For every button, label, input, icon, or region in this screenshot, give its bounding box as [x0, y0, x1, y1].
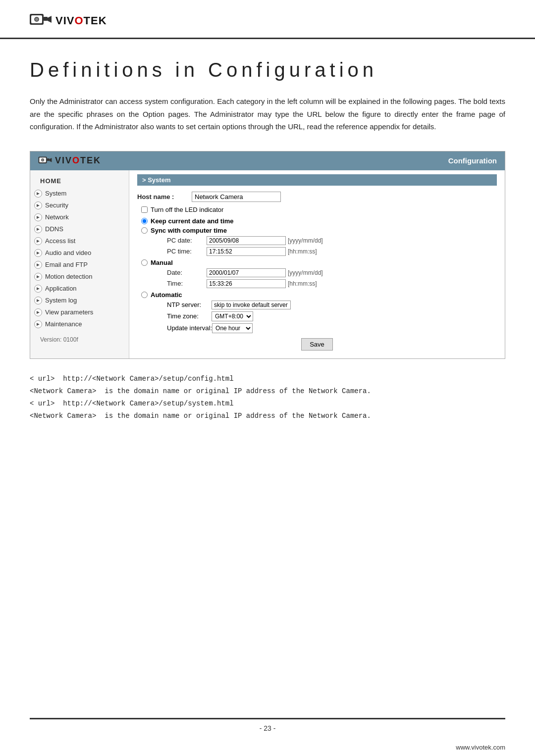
- url-line-2: <Network Camera> is the domain name or o…: [30, 385, 505, 398]
- sidebar-item-network[interactable]: ► Network: [30, 211, 129, 223]
- sidebar-arrow-audio-video: ►: [34, 249, 42, 257]
- radio-sync-row: Sync with computer time: [141, 227, 497, 234]
- manual-date-label: Date:: [167, 269, 207, 276]
- sidebar-item-view-params[interactable]: ► View parameters: [30, 306, 129, 318]
- config-header-label: Configuration: [448, 156, 497, 165]
- sidebar-item-motion[interactable]: ► Motion detection: [30, 271, 129, 283]
- pc-time-input[interactable]: [207, 247, 286, 256]
- sidebar-label-system-log: System log: [45, 297, 77, 304]
- url-block: < url> http://<Network Camera>/setup/con…: [30, 373, 505, 423]
- sidebar-item-security[interactable]: ► Security: [30, 200, 129, 211]
- update-interval-row: Update interval: One hour Two hours Half…: [167, 323, 497, 333]
- pc-time-label: PC time:: [167, 248, 207, 255]
- update-interval-select[interactable]: One hour Two hours Half hour: [212, 323, 253, 333]
- url-line-1: < url> http://<Network Camera>/setup/con…: [30, 373, 505, 385]
- pc-time-hint: [hh:mm:ss]: [288, 248, 317, 255]
- sidebar-label-application: Application: [45, 285, 77, 292]
- sidebar-label-audio-video: Audio and video: [45, 249, 91, 256]
- sidebar-arrow-motion: ►: [34, 273, 42, 281]
- manual-date-hint: [yyyy/mm/dd]: [288, 269, 323, 276]
- website: www.vivotek.com: [456, 744, 505, 751]
- logo-area: VIVOTEK: [30, 12, 505, 30]
- led-checkbox-row: Turn off the LED indicator: [141, 206, 497, 213]
- sidebar-label-system: System: [45, 190, 66, 197]
- sidebar-item-system-log[interactable]: ► System log: [30, 295, 129, 306]
- config-body: HOME ► System ► Security ► Network ► DDN…: [30, 170, 505, 358]
- led-checkbox[interactable]: [141, 206, 148, 213]
- timezone-select[interactable]: GMT+8:00 GMT+7:00 GMT+9:00 GMT+0:00: [212, 311, 253, 321]
- radio-keep-label: Keep current date and time: [151, 217, 234, 225]
- sync-sub-form: PC date: [yyyy/mm/dd] PC time: [hh:mm:ss…: [167, 236, 497, 256]
- sidebar-item-system[interactable]: ► System: [30, 188, 129, 200]
- svg-point-9: [42, 159, 44, 161]
- intro-paragraph: Only the Administrator can access system…: [30, 95, 505, 133]
- radio-manual[interactable]: [141, 259, 148, 266]
- pc-date-input[interactable]: [207, 236, 286, 245]
- sidebar-arrow-ddns: ►: [34, 225, 42, 233]
- sidebar-arrow-system: ►: [34, 190, 42, 198]
- update-interval-label: Update interval:: [167, 324, 212, 332]
- host-name-label: Host name :: [137, 193, 192, 201]
- sidebar-home[interactable]: HOME: [30, 174, 129, 188]
- sidebar-label-ddns: DDNS: [45, 225, 63, 233]
- sidebar-item-access-list[interactable]: ► Access list: [30, 235, 129, 247]
- sidebar-arrow-email-ftp: ►: [34, 261, 42, 269]
- sidebar-item-email-ftp[interactable]: ► Email and FTP: [30, 259, 129, 271]
- pc-date-hint: [yyyy/mm/dd]: [288, 237, 323, 244]
- radio-sync-label: Sync with computer time: [151, 227, 227, 234]
- radio-sync[interactable]: [141, 227, 148, 234]
- ntp-input[interactable]: [212, 301, 291, 309]
- config-header: VIVOTEK Configuration: [30, 151, 505, 170]
- sidebar-arrow-view-params: ►: [34, 308, 42, 316]
- radio-auto-row: Automatic: [141, 291, 497, 299]
- sidebar-label-access-list: Access list: [45, 237, 75, 245]
- sidebar-arrow-access-list: ►: [34, 237, 42, 245]
- sidebar-item-application[interactable]: ► Application: [30, 283, 129, 295]
- system-panel: > System Host name : Turn off the LED in…: [129, 170, 505, 358]
- sidebar-label-view-params: View parameters: [45, 308, 93, 316]
- manual-time-hint: [hh:mm:ss]: [288, 280, 317, 287]
- sidebar-item-ddns[interactable]: ► DDNS: [30, 223, 129, 235]
- sidebar-label-network: Network: [45, 213, 69, 221]
- timezone-row: Time zone: GMT+8:00 GMT+7:00 GMT+9:00 GM…: [167, 311, 497, 321]
- manual-time-row: Time: [hh:mm:ss]: [167, 279, 497, 288]
- vivotek-logo-icon: [30, 12, 52, 30]
- sidebar-arrow-security: ►: [34, 202, 42, 209]
- ntp-label: NTP server:: [167, 301, 212, 308]
- config-logo-text: VIVOTEK: [55, 155, 101, 166]
- url-line-3: < url> http://<Network Camera>/setup/sys…: [30, 398, 505, 410]
- footer-inner: - 23 -: [30, 724, 505, 736]
- host-name-input[interactable]: [192, 192, 281, 202]
- footer: - 23 -: [30, 718, 505, 736]
- radio-keep[interactable]: [141, 218, 148, 224]
- sidebar-version: Version: 0100f: [30, 332, 129, 347]
- config-logo-icon: [38, 155, 52, 166]
- manual-date-input[interactable]: [207, 268, 286, 277]
- pc-date-label: PC date:: [167, 237, 207, 244]
- led-label: Turn off the LED indicator: [151, 206, 223, 213]
- sidebar-label-security: Security: [45, 202, 68, 209]
- radio-auto[interactable]: [141, 292, 148, 298]
- manual-date-row: Date: [yyyy/mm/dd]: [167, 268, 497, 277]
- sidebar-item-audio-video[interactable]: ► Audio and video: [30, 247, 129, 259]
- url-line-4: <Network Camera> is the domain name or o…: [30, 410, 505, 422]
- pc-time-row: PC time: [hh:mm:ss]: [167, 247, 497, 256]
- manual-sub-form: Date: [yyyy/mm/dd] Time: [hh:mm:ss]: [167, 268, 497, 288]
- sidebar-item-maintenance[interactable]: ► Maintenance: [30, 318, 129, 330]
- svg-point-3: [35, 18, 38, 21]
- save-button[interactable]: Save: [301, 338, 333, 351]
- main-content: Definitions in Configuration Only the Ad…: [0, 39, 535, 445]
- config-frame: VIVOTEK Configuration HOME ► System ► Se…: [30, 151, 505, 359]
- section-title: > System: [137, 174, 497, 186]
- sidebar-arrow-system-log: ►: [34, 297, 42, 304]
- top-header: VIVOTEK: [0, 0, 535, 39]
- timezone-label: Time zone:: [167, 312, 212, 320]
- config-logo: VIVOTEK: [38, 155, 101, 166]
- manual-time-input[interactable]: [207, 279, 286, 288]
- ntp-row: NTP server:: [167, 301, 497, 309]
- radio-keep-row: Keep current date and time: [141, 217, 497, 225]
- svg-rect-10: [47, 158, 50, 161]
- sidebar-label-email-ftp: Email and FTP: [45, 261, 88, 268]
- radio-manual-label: Manual: [151, 259, 173, 266]
- page-number: - 23 -: [260, 724, 276, 732]
